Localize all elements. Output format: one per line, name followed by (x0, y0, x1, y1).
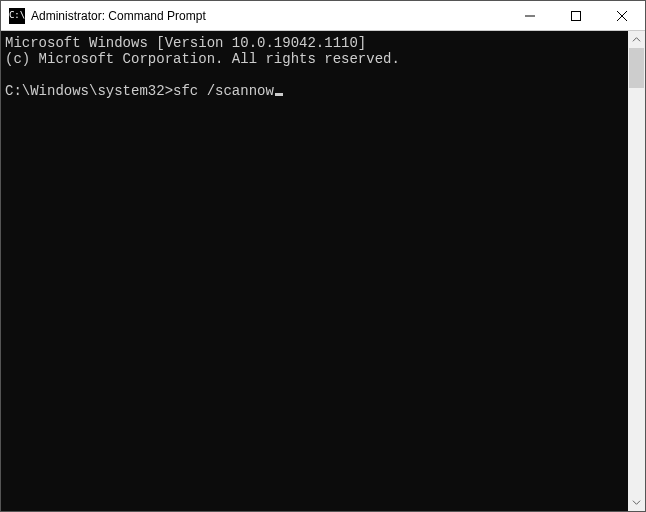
cmd-icon-text: C:\ (9, 11, 25, 20)
window-title: Administrator: Command Prompt (31, 9, 507, 23)
scroll-thumb[interactable] (629, 48, 644, 88)
command-text: sfc /scannow (173, 83, 274, 99)
scroll-down-button[interactable] (628, 494, 645, 511)
client-area: Microsoft Windows [Version 10.0.19042.11… (1, 31, 645, 511)
version-line: Microsoft Windows [Version 10.0.19042.11… (5, 35, 366, 51)
text-cursor (275, 93, 283, 96)
vertical-scrollbar[interactable] (628, 31, 645, 511)
console-output[interactable]: Microsoft Windows [Version 10.0.19042.11… (1, 31, 628, 511)
copyright-line: (c) Microsoft Corporation. All rights re… (5, 51, 400, 67)
scroll-up-button[interactable] (628, 31, 645, 48)
minimize-button[interactable] (507, 1, 553, 31)
close-button[interactable] (599, 1, 645, 31)
maximize-button[interactable] (553, 1, 599, 31)
titlebar[interactable]: C:\ Administrator: Command Prompt (1, 1, 645, 31)
cmd-icon: C:\ (9, 8, 25, 24)
svg-rect-0 (572, 11, 581, 20)
prompt-text: C:\Windows\system32> (5, 83, 173, 99)
